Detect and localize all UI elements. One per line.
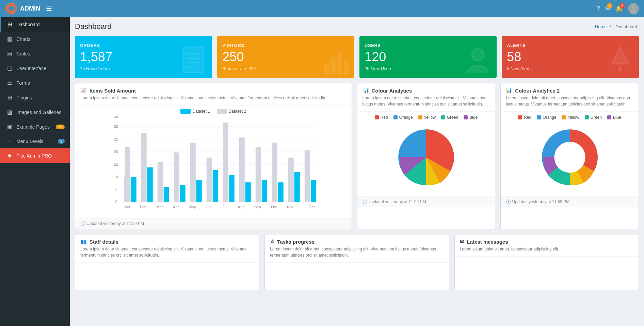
tables-icon: ▤	[6, 50, 13, 57]
svg-text:Mar: Mar	[156, 205, 163, 209]
stat-card-users[interactable]: USERS 120 25 New Users	[359, 36, 497, 78]
svg-text:Feb: Feb	[140, 205, 146, 209]
colour-analytics2-card: 📊 Colour Analytics 2 Lorem ipsum dolor s…	[500, 83, 639, 229]
stat-card-visitors[interactable]: VISITORS 250 Bounce rate: 25%	[217, 36, 354, 78]
logo-icon	[5, 2, 17, 15]
svg-rect-5	[183, 47, 204, 72]
sidebar-item-forms[interactable]: ☰ Forms ›	[0, 76, 70, 90]
stat-card-alerts[interactable]: ALERTS 58 5 New Alerts	[502, 36, 639, 78]
tasks-progress-card: ☆ Tasks progress Lorem ipsum dolor sit a…	[264, 234, 449, 290]
example-icon: ▣	[6, 124, 13, 130]
svg-text:Aug: Aug	[238, 205, 245, 209]
svg-point-14	[472, 49, 484, 61]
visitors-sub: Bounce rate: 25%	[222, 66, 257, 71]
trend-icon: 📈	[80, 87, 87, 94]
sidebar-item-dashboard[interactable]: ⊞ Dashboard	[0, 17, 70, 32]
messages-desc: Lorem ipsum dolor sit amet, consectetur …	[460, 246, 633, 252]
svg-text:Jun: Jun	[206, 205, 212, 209]
main-layout: ⊞ Dashboard ▦ Charts ▤ Tables › ▢ User I…	[0, 17, 644, 326]
sidebar-item-images[interactable]: ▨ Images and Galleries ›	[0, 105, 70, 119]
stat-cards: ORDERS 1,587 15 New Orders VISIT	[75, 36, 639, 78]
svg-point-72	[554, 142, 585, 173]
orders-value: 1,587	[80, 50, 112, 64]
mail-badge: 4	[607, 3, 612, 9]
sidebar-label-tables: Tables	[16, 51, 30, 56]
bar-chart: 0 5 10 15 20 25 30 35	[80, 116, 347, 213]
svg-rect-53	[278, 182, 284, 202]
svg-rect-41	[180, 185, 186, 202]
chart-row-main: 📈 Items Sold Amount Lorem ipsum dolor si…	[75, 83, 639, 229]
notification-icon[interactable]: 🔔 3	[615, 5, 623, 12]
svg-text:0: 0	[115, 200, 117, 204]
svg-rect-40	[174, 152, 179, 202]
svg-rect-55	[294, 172, 300, 202]
svg-rect-13	[344, 60, 349, 74]
pie-svg-1	[392, 123, 460, 191]
help-icon[interactable]: ?	[597, 5, 600, 12]
sidebar-item-ui[interactable]: ▢ User Interface ›	[0, 61, 70, 76]
hamburger-button[interactable]: ☰	[44, 3, 54, 14]
stat-card-orders[interactable]: ORDERS 1,587 15 New Orders	[75, 36, 212, 78]
page-header: Dashboard Home / Dashboard	[75, 22, 639, 31]
breadcrumb-current: Dashboard	[615, 24, 637, 29]
sidebar-item-pike-admin[interactable]: ★ Pike Admin PRO ›	[0, 148, 70, 163]
svg-rect-10	[324, 64, 329, 74]
svg-rect-50	[256, 147, 261, 202]
sidebar-item-example[interactable]: ▣ Example Pages 20	[0, 119, 70, 134]
svg-rect-44	[207, 158, 212, 202]
sidebar-item-plugins[interactable]: ⊞ Plugins ›	[0, 90, 70, 105]
donut-chart	[506, 123, 633, 191]
bar-icon-1: 📊	[363, 87, 369, 94]
sidebar-item-menu[interactable]: ≡ Menu Levels 9	[0, 134, 70, 148]
sidebar-item-tables[interactable]: ▤ Tables ›	[0, 46, 70, 61]
chevron-icon-plugins: ›	[63, 95, 65, 100]
chevron-icon-pike: ›	[63, 153, 65, 158]
svg-rect-51	[262, 180, 267, 202]
svg-text:20: 20	[114, 150, 118, 154]
items-sold-desc: Lorem ipsum dolor sit amet, consectetur …	[80, 95, 347, 101]
content-area: Dashboard Home / Dashboard ORDERS 1,587 …	[70, 17, 644, 326]
images-icon: ▨	[6, 109, 13, 115]
pie-legend-2: Red Orange Yellow Green	[506, 115, 633, 120]
avatar[interactable]	[628, 3, 639, 14]
svg-rect-48	[239, 137, 245, 202]
bottom-row: 👥 Staff details Lorem ipsum dolor sit am…	[75, 234, 639, 290]
svg-text:30: 30	[114, 125, 118, 129]
users-sub: 25 New Users	[365, 66, 392, 71]
items-sold-footer: 🕐 Updated yesterday at 11:59 PM	[75, 218, 352, 229]
tasks-icon: ☆	[270, 239, 274, 245]
bar-chart-svg: 0 5 10 15 20 25 30 35	[80, 116, 347, 212]
plugins-icon: ⊞	[6, 94, 13, 101]
legend-red	[375, 115, 379, 119]
chevron-icon: ›	[63, 51, 65, 56]
svg-text:May: May	[189, 205, 196, 209]
notification-badge: 3	[619, 3, 625, 9]
clock-icon: 🕐	[80, 221, 85, 226]
legend-orange	[393, 115, 398, 119]
items-sold-title: 📈 Items Sold Amount	[80, 87, 347, 94]
colour-analytics2-footer: 🕐 Updated yesterday at 11:59 PM	[501, 196, 639, 207]
sidebar-label-forms: Forms	[16, 80, 30, 86]
svg-text:Apr: Apr	[173, 205, 179, 209]
tasks-title: ☆ Tasks progress	[270, 239, 444, 245]
visitors-value: 250	[222, 50, 257, 64]
visitors-label: VISITORS	[222, 43, 257, 48]
sidebar-item-charts[interactable]: ▦ Charts	[0, 32, 70, 46]
svg-text:15: 15	[114, 162, 118, 166]
staff-icon: 👥	[80, 239, 87, 245]
svg-rect-11	[331, 57, 336, 74]
svg-rect-47	[229, 175, 235, 202]
svg-point-3	[631, 5, 635, 9]
orders-icon	[180, 45, 207, 78]
mail-icon[interactable]: ✉ 4	[605, 5, 610, 12]
sidebar-label-images: Images and Galleries	[16, 110, 61, 115]
items-sold-card: 📈 Items Sold Amount Lorem ipsum dolor si…	[75, 83, 352, 229]
alerts-icon	[607, 45, 634, 78]
alerts-value: 58	[507, 50, 532, 64]
svg-text:Jul: Jul	[223, 205, 227, 209]
svg-rect-49	[245, 182, 251, 202]
alerts-label: ALERTS	[507, 43, 532, 48]
alerts-sub: 5 New Alerts	[507, 66, 532, 71]
menu-badge: 9	[58, 139, 65, 144]
breadcrumb-home[interactable]: Home	[595, 24, 607, 29]
